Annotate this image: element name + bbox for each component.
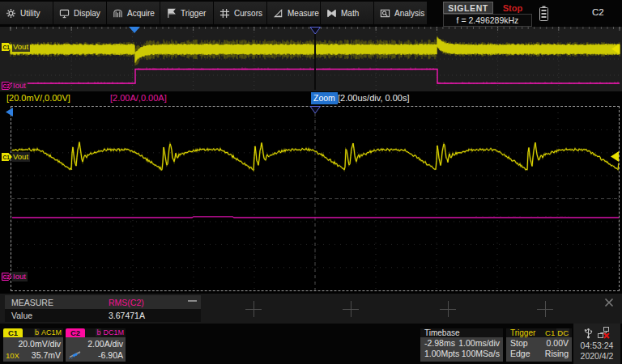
zoom-ch1-chip[interactable]: C1	[2, 153, 12, 161]
ch1-offset: 35.7mV	[32, 350, 61, 360]
menu-item-label: Trigger	[181, 9, 206, 18]
overview-plot	[0, 27, 622, 91]
waveform-overview-strip[interactable]: C1 Vout C2 Iout	[0, 27, 622, 91]
add-measure-slot-2[interactable]	[343, 301, 359, 317]
ch2-status-block[interactable]: C2 bDC1M 2.00A/div -6.90A	[66, 328, 126, 362]
svg-text:C2: C2	[3, 274, 11, 280]
clock-time: 04:53:24	[573, 341, 620, 350]
acquire-icon	[113, 8, 123, 19]
strip-ch1-label: Vout	[12, 42, 30, 52]
active-channel-indicator[interactable]: C2	[592, 7, 604, 17]
add-measure-slot-1[interactable]	[245, 301, 262, 317]
ch2-badge[interactable]: C2	[66, 328, 85, 337]
timebase-points: 1.00Mpts	[424, 349, 459, 358]
zoom-ch2-chip[interactable]: C2	[2, 273, 12, 281]
measure-title: MEASURE	[11, 298, 53, 307]
trigger-title: Trigger	[510, 328, 535, 337]
ch1-scale: 20.0mV/div	[18, 339, 61, 349]
logo-box: SIGLENT Stop f = 2.496289kHz	[443, 2, 532, 25]
strip-trigger-level-arrow[interactable]	[611, 44, 620, 54]
add-measure-slot-3[interactable]	[440, 301, 456, 317]
menu-item-cursors[interactable]: Cursors	[214, 2, 266, 24]
ch2-bandwidth-flag: b	[96, 328, 101, 336]
strip-ch1-chip[interactable]: C1	[2, 43, 12, 51]
svg-text:C1: C1	[3, 154, 11, 160]
trigger-slope: Rising	[545, 349, 569, 358]
measure-icon	[273, 8, 283, 19]
measure-panel: MEASURE RMS(C2) Value 3.67471A	[0, 294, 622, 324]
trigger-level: 0.00V	[547, 338, 569, 348]
menu-item-utility[interactable]: Utility	[0, 2, 53, 24]
menu-item-analysis[interactable]: Analysis	[374, 2, 427, 24]
measure-close-button[interactable]	[604, 298, 614, 307]
measure-item-name[interactable]: RMS(C2)	[109, 298, 144, 307]
timebase-title: Timebase	[424, 328, 460, 337]
current-probe-icon	[68, 349, 83, 359]
add-measure-slot-4[interactable]	[537, 301, 553, 317]
strip-zoom-center-marker[interactable]	[309, 27, 322, 35]
zoom-ch2-label: Iout	[12, 272, 28, 281]
measure-value-label: Value	[11, 311, 32, 320]
trigger-block[interactable]: Trigger C1DC Stop0.00V EdgeRising	[506, 328, 572, 362]
timebase-samplerate: 100MSa/s	[462, 349, 500, 358]
timebase-block[interactable]: Timebase -2.98ms1.00ms/div 1.00Mpts100MS…	[420, 328, 503, 362]
ch2-scale: 2.00A/div	[87, 339, 123, 349]
svg-text:C1: C1	[3, 44, 11, 50]
zoom-plot	[11, 107, 619, 290]
ch1-badge[interactable]: C1	[3, 328, 23, 337]
zoom-trigger-position-marker[interactable]	[309, 106, 322, 114]
ch2-descriptor[interactable]: [2.00A/,0.00A]	[110, 93, 167, 103]
timebase-scale: 1.00ms/div	[458, 338, 500, 348]
zoom-ch1-label: Vout	[12, 152, 30, 162]
menu-item-acquire[interactable]: Acquire	[107, 2, 160, 24]
ch1-status-block[interactable]: C1 bAC1M 20.0mV/div 10X 35.7mV	[3, 328, 63, 362]
descriptor-row: [20.0mV/,0.00V] [2.00A/,0.00A] Zoom [2.0…	[0, 91, 622, 106]
menu-item-trigger[interactable]: Trigger	[160, 2, 213, 24]
ch2-offset: -6.90A	[98, 350, 123, 360]
measure-value: 3.67471A	[109, 311, 145, 320]
menu-item-label: Display	[74, 9, 100, 18]
zoom-trigger-level-arrow[interactable]	[611, 151, 619, 162]
lan-disconnected-icon	[597, 327, 610, 339]
menu-item-label: Utility	[20, 9, 40, 18]
menu-item-label: Measure	[288, 9, 319, 18]
ch1-descriptor[interactable]: [20.0mV/,0.00V]	[6, 93, 70, 103]
clock-date: 2020/4/2	[573, 351, 620, 361]
timebase-delay: -2.98ms	[424, 338, 455, 348]
datetime-block: 04:53:24 2020/4/2	[573, 324, 620, 364]
status-bar: C1 bAC1M 20.0mV/div 10X 35.7mV C2 bDC1M …	[0, 324, 622, 364]
menu-item-display[interactable]: Display	[53, 2, 106, 24]
menu-bar: UtilityDisplayAcquireTriggerCursorsMeasu…	[0, 0, 622, 26]
brand-logo: SIGLENT	[443, 2, 493, 14]
trigger-frequency: f = 2.496289kHz	[443, 14, 532, 27]
oscilloscope-screen: UtilityDisplayAcquireTriggerCursorsMeasu…	[0, 0, 622, 364]
cursors-icon	[219, 8, 230, 19]
zoom-mode-chip[interactable]: Zoom	[311, 92, 338, 104]
zoom-delay-arrow[interactable]	[6, 108, 13, 116]
measure-value-row: Value 3.67471A	[5, 309, 201, 322]
analysis-icon	[380, 8, 390, 19]
trigger-source: C1	[545, 328, 555, 337]
ch1-probe-atten: 10X	[6, 351, 19, 360]
usb-icon	[584, 327, 593, 339]
strip-trigger-position-marker[interactable]	[129, 27, 141, 34]
zoom-timebase-descriptor[interactable]: [2.00us/div, 0.00s]	[338, 93, 409, 103]
measure-collapse-button[interactable]	[188, 300, 197, 302]
svg-text:C2: C2	[3, 83, 11, 89]
gear-icon	[6, 8, 16, 19]
ch1-coupling: AC1M	[41, 328, 62, 336]
math-icon	[326, 8, 337, 19]
zoom-window[interactable]: C1 Vout C2 Iout	[0, 105, 622, 292]
menu-item-label: Acquire	[127, 9, 155, 18]
menu-item-measure[interactable]: Measure	[267, 2, 320, 24]
strip-ch2-label: Iout	[12, 81, 28, 91]
menu-item-math[interactable]: Math	[321, 2, 373, 24]
measure-header-row: MEASURE RMS(C2)	[5, 295, 201, 309]
menu-item-label: Math	[341, 9, 359, 18]
trigger-coupling: DC	[556, 328, 569, 337]
trigger-type: Edge	[510, 349, 530, 358]
ch1-bandwidth-flag: b	[34, 328, 40, 336]
run-state-badge[interactable]: Stop	[493, 2, 532, 14]
trigger-mode: Stop	[510, 338, 528, 348]
strip-ch2-chip[interactable]: C2	[2, 82, 12, 90]
